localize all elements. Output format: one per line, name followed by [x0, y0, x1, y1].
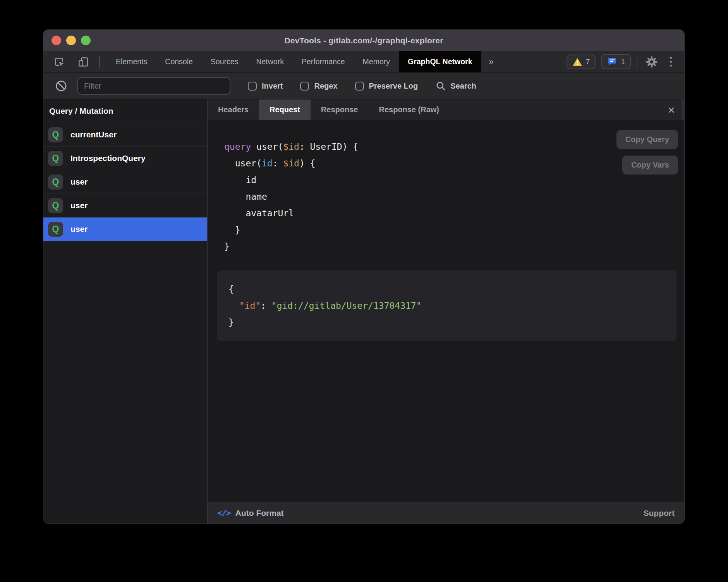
tab-response-raw[interactable]: Response (Raw) — [368, 99, 450, 120]
preserve-log-label: Preserve Log — [369, 82, 418, 91]
title-bar: DevTools - gitlab.com/-/graphql-explorer — [43, 30, 684, 51]
copy-query-button[interactable]: Copy Query — [616, 130, 678, 149]
query-type-badge: Q — [48, 151, 63, 166]
query-list-item[interactable]: Q user — [43, 194, 207, 217]
auto-format-button[interactable]: Auto Format — [235, 508, 284, 518]
invert-label: Invert — [262, 82, 283, 91]
devtools-window: DevTools - gitlab.com/-/graphql-explorer… — [43, 29, 685, 524]
tab-sources[interactable]: Sources — [202, 51, 247, 72]
tab-response[interactable]: Response — [311, 99, 369, 120]
settings-gear-icon[interactable] — [643, 56, 660, 68]
query-type-badge: Q — [48, 198, 63, 213]
tab-elements[interactable]: Elements — [107, 51, 156, 72]
query-variables-box: { "id": "gid://gitlab/User/13704317"} — [217, 270, 676, 341]
devtools-tabbar: Elements Console Sources Network Perform… — [43, 51, 684, 72]
close-panel-icon[interactable]: × — [668, 104, 675, 116]
warning-icon — [572, 57, 582, 67]
preserve-log-checkbox[interactable] — [355, 82, 364, 91]
copy-buttons: Copy Query Copy Vars — [616, 130, 678, 175]
tab-memory[interactable]: Memory — [354, 51, 399, 72]
invert-checkbox-group: Invert — [248, 82, 283, 91]
query-mutation-header: Query / Mutation — [43, 99, 207, 123]
graphql-query-code: query user($id: UserID) { user(id: $id) … — [224, 139, 684, 255]
devtools-tabs: Elements Console Sources Network Perform… — [107, 51, 501, 72]
badge-divider — [637, 56, 637, 68]
regex-checkbox[interactable] — [300, 82, 309, 91]
issue-count: 1 — [621, 58, 625, 66]
request-content: query user($id: UserID) { user(id: $id) … — [208, 120, 684, 502]
regex-label: Regex — [314, 82, 337, 91]
detail-panel: Headers Request Response Response (Raw) … — [208, 99, 684, 524]
query-list-item-selected[interactable]: Q user — [43, 217, 207, 241]
main-area: Query / Mutation Q currentUser Q Introsp… — [43, 99, 684, 524]
tab-network[interactable]: Network — [247, 51, 293, 72]
tab-graphql-network[interactable]: GraphQL Network — [399, 51, 481, 72]
device-toolbar-icon[interactable] — [75, 56, 91, 68]
filter-bar: Invert Regex Preserve Log Search — [43, 72, 684, 99]
query-list-item[interactable]: Q user — [43, 170, 207, 194]
tab-performance[interactable]: Performance — [293, 51, 354, 72]
search-label: Search — [450, 82, 476, 91]
query-name: user — [70, 177, 88, 187]
query-list-item[interactable]: Q IntrospectionQuery — [43, 147, 207, 170]
zoom-window-button[interactable] — [81, 36, 91, 45]
filter-input[interactable] — [77, 77, 230, 95]
tab-headers[interactable]: Headers — [208, 99, 259, 120]
toolbar-divider — [99, 56, 100, 68]
query-list-sidebar: Query / Mutation Q currentUser Q Introsp… — [43, 99, 208, 524]
regex-checkbox-group: Regex — [300, 82, 337, 91]
support-link[interactable]: Support — [644, 508, 675, 518]
query-type-badge: Q — [48, 222, 63, 237]
query-list-item[interactable]: Q currentUser — [43, 123, 207, 147]
window-title: DevTools - gitlab.com/-/graphql-explorer — [284, 36, 443, 45]
warnings-badge[interactable]: 7 — [567, 55, 596, 69]
minimize-window-button[interactable] — [66, 36, 76, 45]
search-icon — [435, 80, 446, 91]
query-name: currentUser — [70, 130, 117, 139]
tab-request[interactable]: Request — [259, 99, 311, 120]
query-type-badge: Q — [48, 175, 63, 190]
preserve-log-checkbox-group: Preserve Log — [355, 82, 418, 91]
message-icon — [607, 57, 617, 67]
query-type-badge: Q — [48, 127, 63, 142]
issues-badge[interactable]: 1 — [601, 54, 631, 69]
copy-vars-button[interactable]: Copy Vars — [622, 156, 678, 175]
query-name: user — [70, 224, 88, 234]
inspect-element-icon[interactable] — [51, 56, 67, 68]
kebab-menu-icon[interactable] — [666, 57, 676, 67]
detail-tabs: Headers Request Response Response (Raw) … — [208, 99, 684, 120]
invert-checkbox[interactable] — [248, 82, 257, 91]
more-tabs-chevron-icon[interactable]: » — [481, 51, 501, 72]
warning-count: 7 — [586, 58, 590, 66]
clear-block-icon[interactable] — [53, 80, 70, 92]
query-name: IntrospectionQuery — [70, 154, 146, 163]
query-variables-code: { "id": "gid://gitlab/User/13704317"} — [228, 281, 665, 331]
query-name: user — [70, 201, 88, 210]
search-control[interactable]: Search — [435, 80, 476, 91]
traffic-lights — [52, 30, 91, 51]
panel-footer: </> Auto Format Support — [208, 502, 684, 524]
auto-format-code-icon: </> — [217, 508, 230, 518]
tab-console[interactable]: Console — [156, 51, 202, 72]
close-window-button[interactable] — [52, 36, 61, 45]
